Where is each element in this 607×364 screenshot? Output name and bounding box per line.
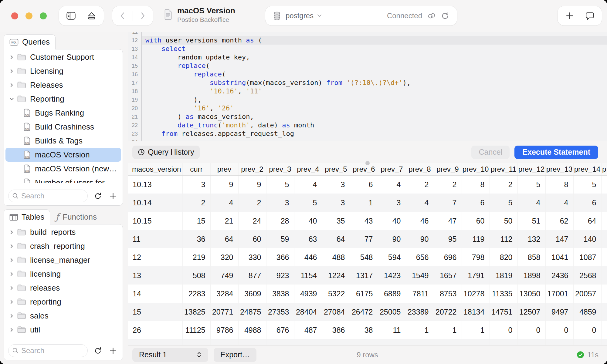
column-header-prev-5[interactable]: prev_5 (322, 163, 350, 175)
column-header-prev-13[interactable]: prev_13 (545, 163, 573, 175)
cell-prev_9[interactable]: 1657 (434, 266, 462, 285)
cell-prev_4[interactable]: 63 (294, 230, 322, 248)
cell-prev_10[interactable]: 1 (462, 321, 490, 339)
splitter-drag-handle[interactable] (365, 161, 370, 165)
cell-prev_4[interactable]: 40 (294, 212, 322, 230)
cell-prev_14[interactable]: 1087 (573, 248, 601, 266)
cell-prev_5[interactable]: 386 (322, 321, 350, 339)
cell-prev_6[interactable]: 6 (350, 175, 378, 194)
chevron-right-icon[interactable] (8, 230, 15, 234)
disconnect-button[interactable] (83, 8, 100, 24)
cell-prev_12[interactable]: 4 (517, 194, 545, 212)
cell-prev_8[interactable]: 7811 (406, 285, 434, 303)
cell-prev_7[interactable]: 40 (378, 212, 406, 230)
cell-prev_10[interactable]: 60 (462, 212, 490, 230)
column-header-prev[interactable]: prev (210, 163, 238, 175)
cell-prev_12[interactable]: 51 (517, 212, 545, 230)
cell-prev_4[interactable]: 1154 (294, 266, 322, 285)
minimize-window-button[interactable] (25, 12, 32, 19)
chevron-right-icon[interactable] (8, 69, 15, 73)
reconnect-refresh-icon[interactable] (441, 12, 449, 20)
add-table-button[interactable] (107, 345, 118, 356)
column-header-prev-6[interactable]: prev_6 (350, 163, 378, 175)
cell-curr[interactable]: 36 (182, 230, 210, 248)
sidebar-folder-reporting[interactable]: Reporting (5, 92, 121, 106)
cell-prev_4[interactable]: 4939 (294, 285, 322, 303)
column-header-prev-7[interactable]: prev_7 (378, 163, 406, 175)
tables-search-input[interactable] (21, 346, 79, 355)
sidebar-item-builds-tags[interactable]: SQLBuilds & Tags (5, 134, 121, 148)
cell-prev_13[interactable]: 1041 (545, 248, 573, 266)
column-header-prev-9[interactable]: prev_9 (434, 163, 462, 175)
cell-prev_12[interactable]: 132 (517, 230, 545, 248)
cell-prev_2[interactable]: 330 (238, 248, 266, 266)
result-selector[interactable]: Result 1 (132, 348, 208, 362)
sidebar-folder-licensing[interactable]: licensing (5, 267, 121, 281)
sidebar-folder-releases[interactable]: Releases (5, 78, 121, 92)
query-history-button[interactable]: Query History (132, 146, 200, 159)
column-header-prev-4[interactable]: prev_4 (294, 163, 322, 175)
column-header-prev-3[interactable]: prev_3 (266, 163, 294, 175)
sidebar-folder-util[interactable]: util (5, 323, 121, 337)
sidebar-item-number-of-users-for[interactable]: SQLNumber of users for (5, 176, 121, 183)
cell-prev_13[interactable]: 9497 (545, 303, 573, 321)
chevron-right-icon[interactable] (8, 244, 15, 248)
table-row-10-13[interactable]: 10.13399543642282585 (128, 175, 607, 194)
cell-prev_3[interactable]: 676 (266, 321, 294, 339)
sidebar-item-bugs-ranking[interactable]: SQLBugs Ranking (5, 106, 121, 120)
cell-prev_5[interactable]: 488 (322, 248, 350, 266)
chevron-right-icon[interactable] (8, 83, 15, 87)
cell-prev_3[interactable]: 28 (266, 212, 294, 230)
cell-prev_2[interactable]: 877 (238, 266, 266, 285)
cell-prev_2[interactable]: 4988 (238, 321, 266, 339)
cell-prev_11[interactable]: 820 (490, 248, 517, 266)
sidebar-item-macos-version[interactable]: SQLmacOS Version (5, 148, 121, 162)
table-row-14[interactable]: 1422833284360938384939532261756889781187… (128, 285, 607, 303)
cell-prev_2[interactable]: 24 (238, 212, 266, 230)
cell-prev_6[interactable]: 1317 (350, 266, 378, 285)
cell-prev_3[interactable]: 27353 (266, 303, 294, 321)
chevron-right-icon[interactable] (8, 272, 15, 276)
cell-prev_11[interactable]: 112 (490, 230, 517, 248)
database-selector[interactable]: postgres (286, 12, 314, 20)
chevron-right-icon[interactable] (8, 258, 15, 262)
export-button[interactable]: Export… (214, 348, 256, 362)
cell-prev_14[interactable]: 2568 (573, 266, 601, 285)
sidebar-folder-customer-support[interactable]: Customer Support (5, 50, 121, 64)
cell-prev_4[interactable]: 446 (294, 248, 322, 266)
table-row-10-14[interactable]: 10.14242353134765446 (128, 194, 607, 212)
cell-prev_7[interactable]: 3 (378, 194, 406, 212)
cell-prev_5[interactable]: 64 (322, 230, 350, 248)
cell-prev_9[interactable]: 95 (434, 230, 462, 248)
cell-prev_2[interactable]: 60 (238, 230, 266, 248)
cell-prev_3[interactable]: 59 (266, 230, 294, 248)
sidebar-folder-sales[interactable]: sales (5, 309, 121, 323)
sidebar-folder-crash-reporting[interactable]: crash_reporting (5, 239, 121, 253)
cell-prev_10[interactable]: 8 (462, 175, 490, 194)
refresh-queries-button[interactable] (92, 190, 103, 201)
cell-prev_11[interactable]: 50 (490, 212, 517, 230)
sidebar-item-build-crashiness[interactable]: SQLBuild Crashiness (5, 120, 121, 134)
link-icon[interactable] (426, 11, 437, 20)
cell-prev_8[interactable]: 46 (406, 212, 434, 230)
cell-prev_6[interactable]: 77 (350, 230, 378, 248)
sidebar-folder-releases[interactable]: releases (5, 281, 121, 295)
cell-prev_2[interactable]: 2 (238, 194, 266, 212)
sidebar-item-macos-version-new[interactable]: SQLmacOS Version (new… (5, 162, 121, 176)
cell-prev[interactable]: 20771 (210, 303, 238, 321)
cell-prev_12[interactable]: 1898 (517, 266, 545, 285)
cell-prev_9[interactable]: 47 (434, 212, 462, 230)
cancel-button[interactable]: Cancel (471, 146, 510, 159)
cell-macos-version[interactable]: 12 (128, 248, 182, 266)
cell-prev[interactable]: 749 (210, 266, 238, 285)
cell-prev_12[interactable]: 858 (517, 248, 545, 266)
cell-prev_3[interactable]: 3838 (266, 285, 294, 303)
cell-prev_8[interactable]: 656 (406, 248, 434, 266)
cell-prev_10[interactable]: 10278 (462, 285, 490, 303)
cell-prev_8[interactable]: 1 (406, 321, 434, 339)
cell-prev[interactable]: 64 (210, 230, 238, 248)
cell-prev_8[interactable]: 90 (406, 230, 434, 248)
chevron-right-icon[interactable] (8, 286, 15, 290)
table-row-12[interactable]: 1221932033036644648854859465669679882085… (128, 248, 607, 266)
cell-prev[interactable]: 21 (210, 212, 238, 230)
